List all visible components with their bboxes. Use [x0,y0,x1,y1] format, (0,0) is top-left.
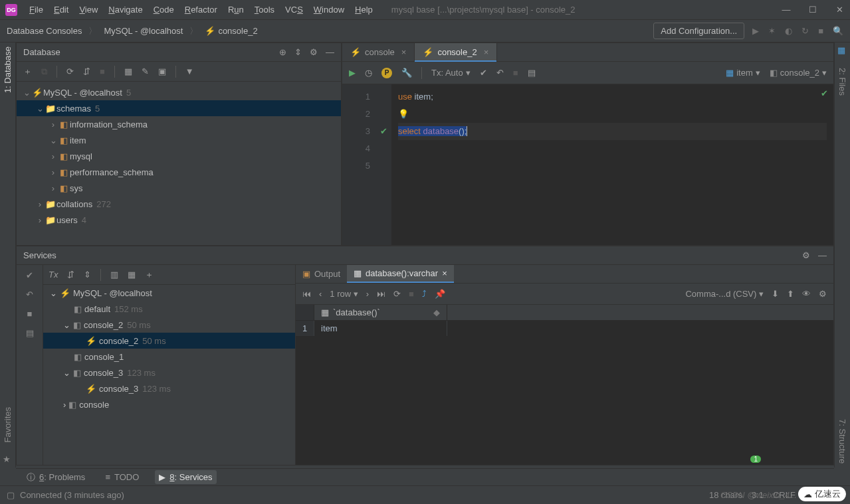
settings-icon[interactable]: ⚙ [802,250,810,260]
database-tree[interactable]: ⌄⚡ MySQL - @localhost 5 ⌄📁 schemas 5 ›◧i… [17,82,341,245]
tree-schema-performance[interactable]: ›◧performance_schema [17,164,341,180]
sort-icon[interactable]: ◆ [433,307,440,317]
layout-icon[interactable]: ▤ [528,68,536,78]
console-icon[interactable]: ▣ [158,66,166,76]
pin-icon[interactable]: 📌 [435,289,445,299]
duplicate-icon[interactable]: ⧉ [41,66,47,77]
lightbulb-icon[interactable]: 💡 [398,109,409,119]
group-icon[interactable]: ▥ [110,270,118,280]
first-page-icon[interactable]: ⏮ [302,289,311,299]
close-window-button[interactable]: ✕ [834,5,845,15]
menu-window[interactable]: Window [308,5,350,15]
svc-console-2-item[interactable]: ⚡console_250 ms [43,333,295,349]
check-icon[interactable]: ✔ [26,270,33,280]
crumb-databases[interactable]: Database Consoles [7,26,82,36]
prev-page-icon[interactable]: ‹ [319,289,322,299]
target-icon[interactable]: ⊕ [279,47,286,57]
status-icon[interactable]: ▢ [7,490,15,500]
cancel-icon[interactable]: ■ [513,68,518,78]
tab-services[interactable]: ▶8: Services [155,470,216,484]
svc-console-1[interactable]: ◧console_1 [43,349,295,365]
menu-refactor[interactable]: Refactor [179,5,223,15]
expand-icon[interactable]: ⇵ [67,270,74,280]
tx-mode-dropdown[interactable]: Tx: Auto ▾ [431,68,471,78]
stop-icon[interactable]: ■ [818,26,823,36]
upload-icon[interactable]: ⬆ [787,289,794,299]
services-tree[interactable]: ⌄⚡MySQL - @localhost ◧default152 ms ⌄◧co… [43,285,295,465]
menu-help[interactable]: Help [350,5,378,15]
tab-database[interactable]: 1: Database [1,42,14,97]
output-tab[interactable]: ▣Output [296,265,347,283]
menu-tools[interactable]: Tools [249,5,280,15]
stop-icon[interactable]: ■ [100,66,105,76]
search-everywhere-icon[interactable]: 🔍 [833,26,843,36]
tree-schema-information[interactable]: ›◧information_schema [17,116,341,132]
close-icon[interactable]: × [442,268,447,278]
crumb-console[interactable]: console_2 [218,26,257,36]
tab-structure[interactable]: 7: Structure [836,415,849,467]
maximize-button[interactable]: ☐ [807,5,818,15]
tree-schema-item[interactable]: ⌄◧item [17,132,341,148]
refresh-icon[interactable]: ⟳ [66,66,74,76]
tab-problems[interactable]: ⓘ6: Problems [23,469,89,485]
stop-icon[interactable]: ■ [409,289,414,299]
result-grid[interactable]: ▦`database()`◆ 1 item [296,305,833,465]
history-icon[interactable]: ◷ [365,68,372,78]
hide-panel-icon[interactable]: — [326,47,334,57]
profile-icon[interactable]: ↻ [801,26,809,36]
editor-tab-console[interactable]: ⚡console× [342,43,415,61]
filter-icon[interactable]: ▼ [185,66,194,76]
run-icon[interactable]: ▶ [752,26,759,36]
sync-icon[interactable]: ⇵ [83,66,90,76]
export-format-dropdown[interactable]: Comma-...d (CSV) ▾ [685,289,764,299]
crumb-mysql[interactable]: MySQL - @localhost [104,26,183,36]
grid-icon[interactable]: ▦ [128,270,136,280]
tree-users[interactable]: ›📁users4 [17,212,341,228]
rollback-icon[interactable]: ↶ [496,68,504,78]
tab-files[interactable]: 2: Files [836,64,849,100]
collapse-icon[interactable]: ⇕ [294,47,302,57]
menu-run[interactable]: Run [223,5,249,15]
add-configuration-button[interactable]: Add Configuration... [653,23,744,39]
reload-icon[interactable]: ⟳ [393,289,401,299]
menu-view[interactable]: View [74,5,103,15]
tree-collations[interactable]: ›📁collations272 [17,196,341,212]
menu-navigate[interactable]: Navigate [103,5,148,15]
svc-root[interactable]: ⌄⚡MySQL - @localhost [43,285,295,301]
stop-icon[interactable]: ■ [27,309,33,319]
settings-icon[interactable]: ⚙ [310,47,318,57]
rows-dropdown[interactable]: 1 row ▾ [330,289,358,299]
svc-console-3-group[interactable]: ⌄◧console_3123 ms [43,365,295,380]
coverage-icon[interactable]: ◐ [785,26,792,36]
svc-default[interactable]: ◧default152 ms [43,301,295,317]
commit-icon[interactable]: ✔ [480,68,487,78]
gear-icon[interactable]: ⚙ [819,289,827,299]
last-page-icon[interactable]: ⏭ [377,289,385,299]
explain-icon[interactable]: P [381,68,392,78]
close-icon[interactable]: × [484,47,489,57]
menu-edit[interactable]: Edit [49,5,74,15]
add-row-icon[interactable]: ⤴ [422,289,427,299]
hide-panel-icon[interactable]: — [818,250,827,260]
cell-value[interactable]: item [314,321,447,336]
add-service-icon[interactable]: ＋ [145,269,154,281]
layout-icon[interactable]: ▤ [26,328,34,338]
download-icon[interactable]: ⬇ [772,289,779,299]
tab-favorites[interactable]: Favorites [1,403,14,446]
undo-icon[interactable]: ↶ [26,290,33,299]
tree-schemas[interactable]: ⌄📁 schemas 5 [17,100,341,116]
svc-console-3-item[interactable]: ⚡console_3123 ms [43,380,295,396]
collapse-icon[interactable]: ⇕ [84,270,91,280]
menu-code[interactable]: Code [148,5,179,15]
table-icon[interactable]: ▦ [124,66,132,76]
tree-schema-sys[interactable]: ›◧sys [17,180,341,196]
eye-icon[interactable]: 👁 [802,289,811,299]
add-icon[interactable]: ＋ [23,66,32,78]
close-icon[interactable]: × [401,47,407,57]
tree-datasource[interactable]: ⌄⚡ MySQL - @localhost 5 [17,84,341,100]
wrench-icon[interactable]: 🔧 [401,68,412,78]
tree-schema-mysql[interactable]: ›◧mysql [17,148,341,164]
svc-console-2-group[interactable]: ⌄◧console_250 ms [43,317,295,333]
schema-dropdown[interactable]: ▦ item ▾ [726,68,760,78]
menu-vcs[interactable]: VCS [280,5,308,15]
